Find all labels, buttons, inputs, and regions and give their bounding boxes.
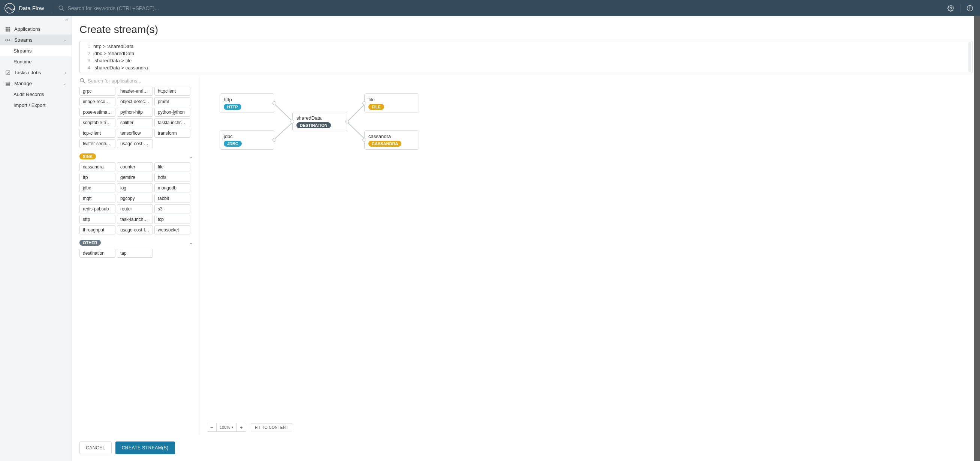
palette-chip-sink[interactable]: throughput: [80, 225, 115, 234]
palette-chip-sink[interactable]: log: [117, 183, 153, 192]
palette-chip-processor[interactable]: image-recogniti…: [80, 97, 115, 106]
port-out[interactable]: [272, 138, 276, 142]
node-file[interactable]: file FILE: [364, 93, 419, 113]
palette-chip-sink[interactable]: sftp: [80, 215, 115, 224]
nav-manage[interactable]: Manage ⌄: [0, 78, 72, 89]
palette-chip-sink[interactable]: hdfs: [154, 173, 190, 182]
nav-streams-sub[interactable]: Streams: [0, 45, 72, 56]
chevron-down-icon: ⌄: [63, 38, 66, 42]
palette-chip-sink[interactable]: file: [154, 163, 190, 171]
palette-chip-processor[interactable]: object-detection: [117, 97, 153, 106]
palette-chip-processor[interactable]: header-enricher: [117, 87, 153, 96]
palette-chip-processor[interactable]: twitter-sentiment: [80, 139, 115, 148]
palette-chip-processor[interactable]: tcp-client: [80, 129, 115, 138]
palette-chip-processor[interactable]: tasklaunchreque…: [154, 118, 190, 127]
top-bar: Data Flow: [0, 0, 980, 16]
palette-chip-sink[interactable]: router: [117, 204, 153, 214]
palette-chip-sink[interactable]: mongodb: [154, 183, 190, 192]
palette-chip-processor[interactable]: pose-estimation: [80, 108, 115, 116]
dsl-line[interactable]: :sharedData > cassandra: [93, 64, 972, 71]
dsl-line[interactable]: http > :sharedData: [93, 43, 972, 50]
app-search-input[interactable]: [88, 78, 194, 84]
global-search[interactable]: [58, 5, 945, 12]
palette-chip-other[interactable]: destination: [80, 249, 115, 258]
palette-chip-sink[interactable]: task-launcher-d…: [117, 215, 153, 224]
cancel-button[interactable]: CANCEL: [80, 442, 112, 454]
chevron-right-icon: ›: [65, 70, 66, 75]
node-http[interactable]: http HTTP: [220, 93, 274, 113]
global-search-input[interactable]: [68, 5, 945, 11]
palette-chip-processor[interactable]: tensorflow: [117, 129, 153, 138]
node-title: sharedData: [296, 115, 343, 121]
node-jdbc[interactable]: jdbc JDBC: [220, 130, 274, 150]
port-in[interactable]: [290, 120, 294, 123]
palette-chip-sink[interactable]: websocket: [154, 225, 190, 234]
svg-rect-7: [6, 27, 7, 28]
info-button[interactable]: [964, 3, 975, 14]
grid-icon: [5, 27, 11, 32]
palette-chip-processor[interactable]: python-http: [117, 108, 153, 116]
port-out[interactable]: [272, 101, 276, 105]
palette-chip-sink[interactable]: pgcopy: [117, 194, 153, 203]
palette-chip-sink[interactable]: redis-pubsub: [80, 204, 115, 214]
page-title: Create stream(s): [72, 16, 980, 41]
zoom-in-button[interactable]: +: [237, 423, 246, 431]
svg-point-21: [80, 78, 84, 82]
nav-streams-label: Streams: [14, 37, 32, 43]
palette-chip-processor[interactable]: httpclient: [154, 87, 190, 96]
settings-button[interactable]: [945, 3, 956, 14]
zoom-out-button[interactable]: −: [207, 423, 216, 431]
port-in[interactable]: [363, 138, 366, 142]
create-stream-button[interactable]: CREATE STREAM(S): [115, 442, 175, 454]
nav-audit[interactable]: Audit Records: [0, 89, 72, 100]
port-out[interactable]: [345, 120, 349, 123]
logo-icon: [5, 3, 15, 13]
palette-chip-sink[interactable]: rabbit: [154, 194, 190, 203]
palette-chip-processor[interactable]: transform: [154, 129, 190, 138]
port-in[interactable]: [363, 101, 366, 105]
app-logo: Data Flow: [5, 3, 44, 13]
palette-chip-sink[interactable]: usage-cost-logg…: [117, 225, 153, 234]
badge-file: FILE: [368, 104, 384, 110]
dsl-line[interactable]: :sharedData > file: [93, 57, 972, 64]
chevron-down-icon: ⌄: [63, 81, 66, 86]
palette-chip-processor[interactable]: pmml: [154, 97, 190, 106]
nav-applications[interactable]: Applications: [0, 24, 72, 35]
nav-streams[interactable]: Streams ⌄: [0, 35, 72, 45]
fit-to-content-button[interactable]: FIT TO CONTENT: [251, 423, 292, 431]
dsl-scrollbar[interactable]: [968, 42, 971, 72]
dsl-editor[interactable]: 1http > :sharedData2jdbc > :sharedData3:…: [80, 41, 972, 73]
palette-chip-processor[interactable]: scriptable-transf…: [80, 118, 115, 127]
palette-chip-sink[interactable]: jdbc: [80, 183, 115, 192]
section-other[interactable]: OTHER ⌄: [80, 240, 193, 246]
palette-chip-sink[interactable]: counter: [117, 163, 153, 171]
palette-chip-other[interactable]: tap: [117, 249, 153, 258]
node-shared-data[interactable]: sharedData DESTINATION: [292, 112, 347, 131]
sidebar-collapse-button[interactable]: «: [0, 16, 72, 24]
zoom-value[interactable]: 100%▾: [216, 423, 237, 431]
node-title: http: [224, 97, 270, 102]
palette-chip-sink[interactable]: mqtt: [80, 194, 115, 203]
nav-tasks[interactable]: Tasks / Jobs ›: [0, 67, 72, 78]
window-scrollbar[interactable]: [974, 16, 980, 461]
dsl-line[interactable]: jdbc > :sharedData: [93, 50, 972, 57]
palette-chip-processor[interactable]: grpc: [80, 87, 115, 96]
app-palette: grpcheader-enricherhttpclientimage-recog…: [80, 77, 199, 435]
svg-rect-8: [7, 27, 9, 28]
palette-chip-processor[interactable]: python-jython: [154, 108, 190, 116]
node-cassandra[interactable]: cassandra CASSANDRA: [364, 130, 419, 150]
stream-canvas[interactable]: http HTTP jdbc JDBC sharedData DESTINATI…: [204, 77, 972, 435]
palette-chip-sink[interactable]: cassandra: [80, 163, 115, 171]
main-content: Create stream(s) 1http > :sharedData2jdb…: [72, 16, 980, 461]
nav-import-export[interactable]: Import / Export: [0, 100, 72, 111]
palette-chip-sink[interactable]: ftp: [80, 173, 115, 182]
palette-chip-sink[interactable]: gemfire: [117, 173, 153, 182]
nav-manage-label: Manage: [14, 81, 32, 86]
palette-chip-processor[interactable]: usage-cost-proc…: [117, 139, 153, 148]
palette-chip-sink[interactable]: tcp: [154, 215, 190, 224]
nav-runtime-sub[interactable]: Runtime: [0, 56, 72, 67]
palette-chip-sink[interactable]: s3: [154, 204, 190, 214]
palette-chip-processor[interactable]: splitter: [117, 118, 153, 127]
section-sink[interactable]: SINK ⌄: [80, 153, 193, 160]
app-search[interactable]: [80, 77, 194, 87]
